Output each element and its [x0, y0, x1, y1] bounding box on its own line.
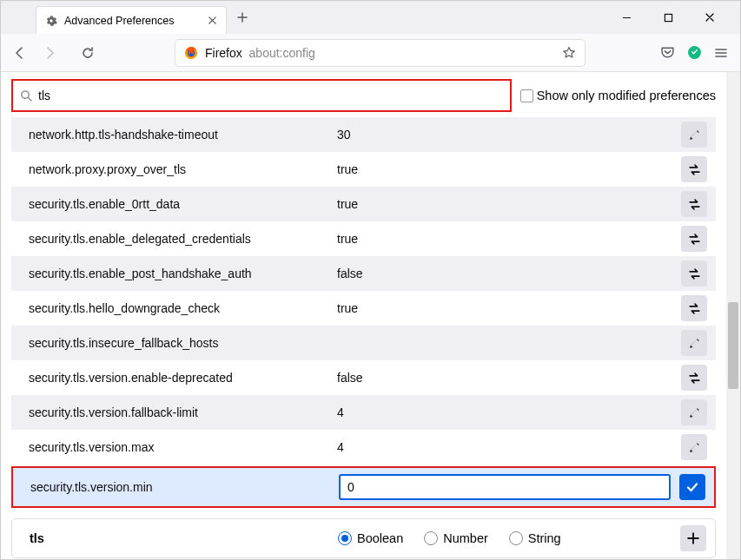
pocket-icon[interactable]	[660, 45, 675, 60]
type-number[interactable]: Number	[424, 531, 488, 545]
pref-name: security.tls.insecure_fallback_hosts	[29, 336, 337, 350]
pref-value: false	[337, 267, 681, 280]
browser-tab[interactable]: Advanced Preferences	[36, 6, 227, 34]
extension-icon[interactable]	[687, 45, 702, 60]
radio-number[interactable]	[424, 531, 438, 545]
search-icon	[20, 89, 33, 102]
pref-row[interactable]: network.proxy.proxy_over_tlstrue	[11, 152, 716, 187]
pref-name: security.tls.hello_downgrade_check	[29, 301, 337, 315]
pref-row[interactable]: security.tls.enable_delegated_credential…	[11, 221, 716, 256]
pref-value: true	[337, 301, 681, 315]
tab-title: Advanced Preferences	[64, 15, 174, 27]
pref-value: 30	[337, 128, 681, 142]
pref-row[interactable]: security.tls.hello_downgrade_checktrue	[11, 291, 716, 326]
pref-name: security.tls.version.min	[30, 480, 339, 494]
pref-value: true	[337, 162, 681, 176]
close-window-button[interactable]	[697, 12, 723, 23]
pref-name: security.tls.enable_0rtt_data	[29, 197, 337, 211]
forward-button[interactable]	[37, 41, 62, 65]
maximize-button[interactable]	[655, 12, 681, 23]
edit-pref-button[interactable]	[681, 122, 707, 148]
add-pref-button[interactable]	[680, 525, 706, 551]
show-only-modified-checkbox[interactable]	[520, 89, 533, 102]
close-tab-icon[interactable]	[208, 16, 217, 25]
preferences-list: network.http.tls-handshake-timeout30netw…	[11, 117, 716, 464]
pref-row-editing: security.tls.version.min	[11, 466, 716, 508]
toggle-pref-button[interactable]	[681, 365, 707, 391]
radio-boolean[interactable]	[338, 531, 352, 545]
pref-value-input[interactable]	[339, 474, 671, 500]
scrollbar[interactable]	[726, 72, 740, 559]
toggle-pref-button[interactable]	[681, 295, 707, 321]
window-controls	[613, 12, 740, 23]
edit-pref-button[interactable]	[681, 399, 707, 425]
scrollbar-thumb[interactable]	[728, 302, 738, 389]
firefox-icon	[184, 46, 198, 60]
toggle-pref-button[interactable]	[681, 156, 707, 182]
pref-row[interactable]: security.tls.version.max4	[11, 430, 716, 464]
address-bar[interactable]: Firefox about:config	[175, 39, 586, 67]
svg-point-4	[22, 90, 29, 97]
pref-search-input[interactable]	[38, 83, 503, 108]
pref-value: true	[337, 197, 681, 211]
url-text: Firefox about:config	[205, 46, 315, 60]
navigation-toolbar: Firefox about:config	[1, 34, 740, 72]
minimize-button[interactable]	[613, 12, 639, 23]
edit-pref-button[interactable]	[681, 434, 707, 460]
reload-button[interactable]	[76, 41, 100, 65]
pref-value: true	[337, 232, 681, 246]
new-pref-row: tls Boolean Number String	[11, 518, 716, 558]
pref-value: 4	[337, 405, 681, 419]
toggle-pref-button[interactable]	[681, 260, 707, 287]
pref-row[interactable]: security.tls.enable_post_handshake_authf…	[11, 256, 716, 291]
back-button[interactable]	[8, 41, 32, 65]
pref-name: security.tls.version.max	[29, 440, 337, 454]
pref-name: security.tls.version.fallback-limit	[29, 405, 337, 419]
svg-rect-0	[665, 14, 672, 21]
pref-name: network.http.tls-handshake-timeout	[29, 128, 337, 142]
pref-name: network.proxy.proxy_over_tls	[29, 162, 337, 176]
new-tab-button[interactable]	[230, 5, 255, 30]
pref-search-box	[11, 79, 512, 112]
pref-value: false	[337, 371, 681, 385]
pref-row[interactable]: network.http.tls-handshake-timeout30	[11, 117, 716, 152]
toggle-pref-button[interactable]	[681, 226, 707, 252]
toggle-pref-button[interactable]	[681, 191, 707, 217]
new-pref-type-group: Boolean Number String	[338, 531, 680, 545]
gear-icon	[45, 15, 57, 27]
titlebar: Advanced Preferences	[1, 1, 740, 34]
bookmark-star-icon[interactable]	[562, 46, 576, 60]
type-boolean[interactable]: Boolean	[338, 531, 403, 545]
new-pref-name: tls	[30, 531, 338, 545]
radio-string[interactable]	[509, 531, 523, 545]
about-config-content: Show only modified preferences network.h…	[1, 72, 726, 559]
pref-name: security.tls.enable_delegated_credential…	[29, 232, 337, 246]
type-string[interactable]: String	[509, 531, 561, 545]
edit-pref-button[interactable]	[681, 330, 707, 356]
pref-row[interactable]: security.tls.version.enable-deprecatedfa…	[11, 360, 716, 395]
app-menu-icon[interactable]	[714, 46, 728, 60]
pref-value: 4	[337, 440, 681, 454]
show-only-modified[interactable]: Show only modified preferences	[520, 89, 716, 103]
pref-row[interactable]: security.tls.insecure_fallback_hosts	[11, 326, 716, 360]
pref-row[interactable]: security.tls.version.fallback-limit4	[11, 395, 716, 430]
pref-row[interactable]: security.tls.enable_0rtt_datatrue	[11, 187, 716, 221]
confirm-edit-button[interactable]	[679, 474, 705, 500]
pref-name: security.tls.enable_post_handshake_auth	[29, 267, 337, 280]
pref-name: security.tls.version.enable-deprecated	[29, 371, 337, 385]
